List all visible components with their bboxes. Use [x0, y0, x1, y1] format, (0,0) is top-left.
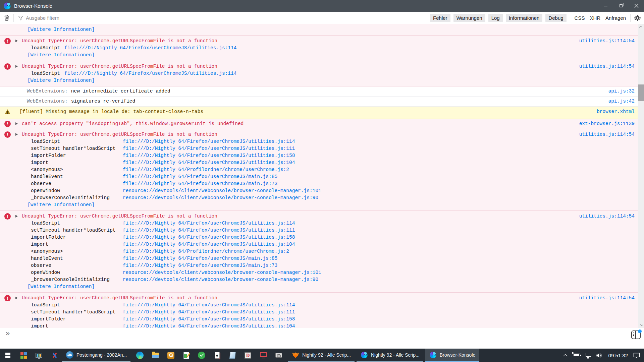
expand-arrow-icon[interactable]: [15, 65, 18, 68]
filter-debug-button[interactable]: Debug: [545, 14, 566, 22]
expand-arrow-icon[interactable]: [15, 40, 18, 42]
log-message: new intermediate certificate added: [71, 88, 170, 95]
close-button[interactable]: [629, 0, 644, 12]
source-location-link[interactable]: ext-browser.js:1139: [573, 120, 635, 127]
source-location-link[interactable]: utilities.js:114:54: [573, 213, 635, 220]
battery-icon[interactable]: [573, 354, 580, 357]
action-center-icon[interactable]: [633, 353, 640, 358]
stack-frame-source-link[interactable]: resource://devtools/client/webconsole/br…: [123, 194, 321, 201]
source-location-link[interactable]: utilities.js:114:54: [573, 295, 635, 302]
source-location-link[interactable]: utilities.js:114:54: [573, 63, 635, 70]
hidden-icons-chevron-icon[interactable]: [563, 354, 568, 358]
stack-frame-source-link[interactable]: file:///D:/Nightly 64/Firefox/userChrome…: [123, 309, 295, 316]
stack-frame-function: openWindow: [31, 187, 123, 194]
stack-frame-source-link[interactable]: file:///D:/Nightly 64/Firefox/userChrome…: [123, 138, 321, 145]
error-message: Uncaught TypeError: userChrome.getURLSpe…: [22, 295, 217, 302]
taskbar-window-thunderbird[interactable]: Posteingang - 2002An...: [62, 349, 130, 362]
filter-output-input[interactable]: [26, 15, 427, 21]
learn-more-link[interactable]: [Weitere Informationen]: [28, 202, 95, 207]
filter-requests-button[interactable]: Anfragen: [604, 14, 627, 22]
expand-arrow-icon[interactable]: [15, 297, 18, 299]
taskbar-window-button-0[interactable]: Nightly 92 - Alle Scrip...: [288, 349, 355, 362]
taskbar-pinned-notepad[interactable]: [225, 349, 240, 362]
expand-arrow-icon[interactable]: [15, 122, 18, 125]
taskbar-pinned-keepass[interactable]: [163, 349, 178, 362]
stack-frame-source-link[interactable]: file:///D:/Nightly 64/Firefox/userChrome…: [123, 220, 321, 227]
console-input-area[interactable]: »: [0, 328, 644, 349]
learn-more-link[interactable]: [Weitere Informationen]: [28, 78, 95, 83]
source-location-link[interactable]: api.js:42: [602, 98, 635, 105]
stack-frame-source-link[interactable]: file:///D:/Nightly 64/Firefox/userChrome…: [123, 262, 321, 269]
stack-frame-source-link[interactable]: file:///D:/Nightly 64/Profilordner/chrom…: [123, 248, 321, 255]
scroll-down-arrow[interactable]: [638, 322, 644, 328]
taskbar-pinned-mosaic-app[interactable]: [16, 349, 31, 362]
stack-frame-function: _browserConsoleInitializing: [31, 276, 123, 283]
filter-css-button[interactable]: CSS: [574, 14, 586, 22]
sidebar-toggle-icon[interactable]: [631, 330, 641, 339]
taskbar-window-button-1[interactable]: Nightly 92 - Alle Scrip...: [357, 349, 423, 362]
taskbar-pinned-solitaire[interactable]: ♠: [209, 349, 225, 362]
taskbar-pinned-antivirus-ok[interactable]: [194, 349, 209, 362]
learn-more-link[interactable]: [Weitere Informationen]: [28, 52, 95, 58]
taskbar-pinned-text-editor[interactable]: [178, 349, 194, 362]
stack-frame-source-link[interactable]: file:///D:/Nightly 64/Firefox/userChrome…: [123, 316, 295, 323]
stack-frame-function: import: [31, 323, 123, 328]
filter-info-button[interactable]: Informationen: [506, 14, 543, 22]
taskbar-pinned-edge[interactable]: [132, 349, 148, 362]
filter-warnings-button[interactable]: Warnungen: [453, 14, 485, 22]
filter-errors-button[interactable]: Fehler: [430, 14, 450, 22]
learn-more-link[interactable]: [Weitere Informationen]: [28, 284, 95, 289]
learn-more-link[interactable]: [Weitere Informationen]: [28, 27, 95, 32]
scrollbar-thumb[interactable]: [638, 84, 644, 101]
volume-icon[interactable]: [596, 353, 603, 358]
taskbar-pinned-file-explorer[interactable]: [148, 349, 163, 362]
network-icon[interactable]: [586, 353, 591, 357]
stack-frame-source-link[interactable]: file:///D:/Nightly 64/Firefox/userChrome…: [123, 159, 321, 166]
taskbar-pinned-remote-desktop[interactable]: [256, 349, 271, 362]
clear-output-button[interactable]: [0, 12, 13, 24]
expand-arrow-icon[interactable]: [15, 215, 18, 218]
taskbar-pinned-snipping-app[interactable]: [47, 349, 62, 362]
toolbar-separator: [570, 14, 570, 22]
taskbar-window-button-2[interactable]: Browser-Konsole: [425, 349, 479, 362]
source-location-link[interactable]: browser.xhtml: [590, 108, 635, 115]
stack-frame-source-link[interactable]: file:///D:/Nightly 64/Firefox/userChrome…: [64, 70, 236, 77]
taskbar-pinned-d-info[interactable]: D: [240, 349, 256, 362]
stack-frame-source-link[interactable]: file:///D:/Nightly 64/Firefox/userChrome…: [123, 302, 295, 309]
filter-xhr-button[interactable]: XHR: [589, 14, 601, 22]
expand-arrow-icon[interactable]: [15, 133, 18, 136]
stack-frame-source-link[interactable]: file:///D:/Nightly 64/Firefox/userChrome…: [123, 152, 321, 159]
stack-frame-source-link[interactable]: file:///D:/Nightly 64/Firefox/userChrome…: [123, 227, 321, 234]
error-message: Uncaught TypeError: userChrome.getURLSpe…: [22, 213, 217, 220]
console-row-error: !Uncaught TypeError: userChrome.getURLSp…: [0, 129, 638, 211]
console-settings-button[interactable]: [631, 12, 644, 24]
stack-frame-source-link[interactable]: file:///D:/Nightly 64/Firefox/userChrome…: [123, 180, 321, 187]
stack-frame-function: loadScript: [31, 138, 123, 145]
stack-frame-source-link[interactable]: resource://devtools/client/webconsole/br…: [123, 276, 321, 283]
source-location-link[interactable]: api.js:32: [602, 88, 635, 95]
stack-frame-source-link[interactable]: file:///D:/Nightly 64/Firefox/userChrome…: [123, 241, 321, 248]
stack-frame-source-link[interactable]: file:///D:/Nightly 64/Firefox/userChrome…: [123, 145, 321, 152]
source-location-link[interactable]: utilities.js:114:54: [573, 131, 635, 138]
filter-log-button[interactable]: Log: [488, 14, 503, 22]
stack-frame-source-link[interactable]: resource://devtools/client/webconsole/br…: [123, 269, 321, 276]
filter-icon: [18, 15, 23, 20]
system-tray: 09:51:32: [560, 349, 644, 362]
stack-frame-source-link[interactable]: file:///D:/Nightly 64/Firefox/userChrome…: [123, 323, 295, 328]
stack-frame-source-link[interactable]: file:///D:/Nightly 64/Profilordner/chrom…: [123, 166, 321, 173]
vertical-scrollbar[interactable]: [638, 24, 644, 328]
d-info-icon: D: [244, 351, 252, 359]
taskbar-pinned-screenshot-tool[interactable]: [271, 349, 286, 362]
source-location-link[interactable]: utilities.js:114:54: [573, 38, 635, 45]
stack-frame-source-link[interactable]: file:///D:/Nightly 64/Firefox/userChrome…: [123, 255, 321, 262]
taskbar-clock[interactable]: 09:51:32: [608, 353, 628, 358]
restore-button[interactable]: [613, 0, 629, 12]
stack-frame-source-link[interactable]: file:///D:/Nightly 64/Firefox/userChrome…: [123, 234, 321, 241]
stack-frame-source-link[interactable]: file:///D:/Nightly 64/Firefox/userChrome…: [64, 45, 236, 52]
taskbar-pinned-presentation-app[interactable]: [31, 349, 47, 362]
stack-frame-source-link[interactable]: resource://devtools/client/webconsole/br…: [123, 187, 321, 194]
minimize-button[interactable]: [598, 0, 613, 12]
stack-frame-source-link[interactable]: file:///D:/Nightly 64/Firefox/userChrome…: [123, 173, 321, 180]
scroll-up-arrow[interactable]: [638, 24, 644, 30]
start-button[interactable]: [0, 349, 16, 362]
